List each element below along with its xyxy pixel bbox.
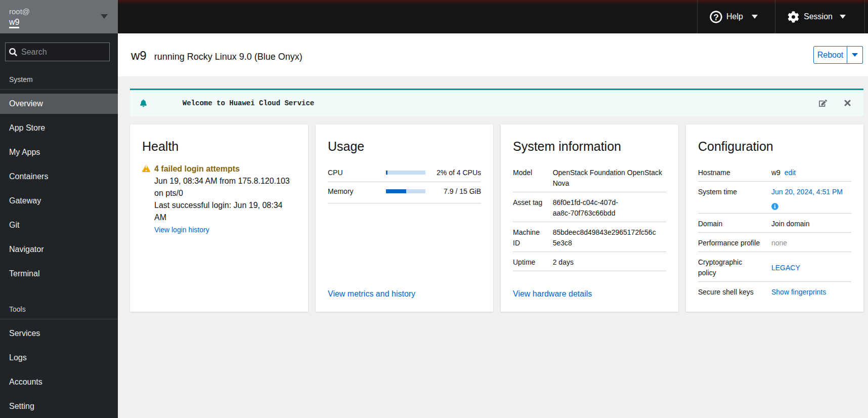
svg-text:?: ? — [713, 13, 718, 22]
